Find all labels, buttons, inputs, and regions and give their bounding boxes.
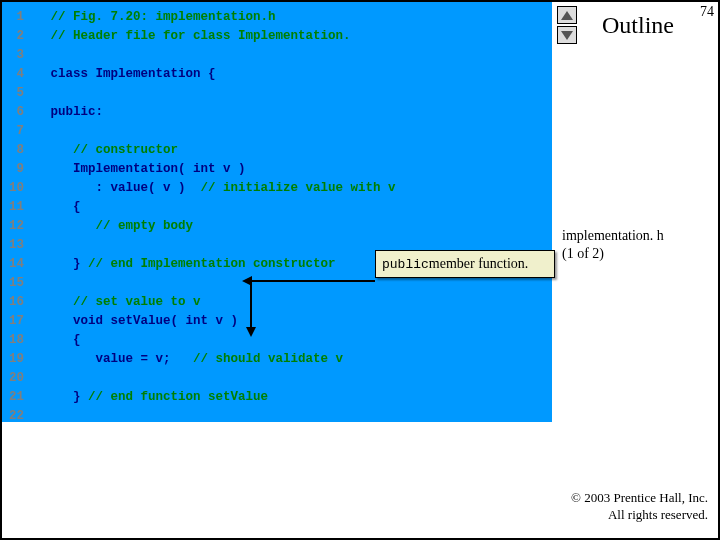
code-line: 3: [2, 46, 552, 65]
code-line: 7: [2, 122, 552, 141]
line-number: 3: [2, 46, 28, 65]
code-panel: 1 // Fig. 7.20: implementation.h2 // Hea…: [2, 2, 552, 422]
line-number: 17: [2, 312, 28, 331]
code-comment: // should validate v: [193, 350, 343, 369]
code-text: }: [51, 255, 89, 274]
line-number: 16: [2, 293, 28, 312]
outline-label: Outline: [602, 12, 674, 39]
code-text: : value( v ): [51, 179, 201, 198]
line-number: 4: [2, 65, 28, 84]
copyright: © 2003 Prentice Hall, Inc. All rights re…: [571, 490, 708, 524]
callout-box: public member function.: [375, 250, 555, 278]
callout-text: member function.: [429, 256, 529, 272]
line-number: 9: [2, 160, 28, 179]
line-number: 12: [2, 217, 28, 236]
copyright-line1: © 2003 Prentice Hall, Inc.: [571, 490, 708, 505]
line-number: 19: [2, 350, 28, 369]
nav-buttons: [557, 6, 577, 46]
code-line: 20: [2, 369, 552, 388]
line-number: 11: [2, 198, 28, 217]
code-text: class Implementation {: [51, 65, 216, 84]
line-number: 6: [2, 103, 28, 122]
line-number: 18: [2, 331, 28, 350]
code-text: Implementation( int v ): [51, 160, 254, 179]
code-text: }: [51, 388, 89, 407]
nav-down-button[interactable]: [557, 26, 577, 44]
callout-arrow: [250, 280, 375, 282]
line-number: 2: [2, 27, 28, 46]
code-line: 21 } // end function setValue: [2, 388, 552, 407]
code-text: public:: [51, 103, 104, 122]
line-number: 20: [2, 369, 28, 388]
callout-arrow-head2: [246, 327, 256, 337]
code-line: 22: [2, 407, 552, 426]
code-comment: // initialize value with v: [201, 179, 396, 198]
code-line: 9 Implementation( int v ): [2, 160, 552, 179]
triangle-up-icon: [561, 11, 573, 20]
code-comment: // end function setValue: [88, 388, 268, 407]
code-line: 17 void setValue( int v ): [2, 312, 552, 331]
code-line: 2 // Header file for class Implementatio…: [2, 27, 552, 46]
nav-up-button[interactable]: [557, 6, 577, 24]
code-line: 8 // constructor: [2, 141, 552, 160]
code-line: 5: [2, 84, 552, 103]
line-number: 8: [2, 141, 28, 160]
line-number: 13: [2, 236, 28, 255]
line-number: 15: [2, 274, 28, 293]
line-number: 7: [2, 122, 28, 141]
callout-arrow-v: [250, 280, 252, 330]
copyright-line2: All rights reserved.: [608, 507, 708, 522]
code-line: 11 {: [2, 198, 552, 217]
code-line: 16 // set value to v: [2, 293, 552, 312]
subtitle: implementation. h (1 of 2): [562, 227, 717, 263]
code-line: 1 // Fig. 7.20: implementation.h: [2, 8, 552, 27]
code-line: 19 value = v; // should validate v: [2, 350, 552, 369]
callout-mono: public: [382, 257, 429, 272]
code-comment: // Fig. 7.20: implementation.h: [51, 8, 276, 27]
subtitle-line2: (1 of 2): [562, 246, 604, 261]
code-comment: // end Implementation constructor: [88, 255, 336, 274]
code-line: 12 // empty body: [2, 217, 552, 236]
line-number: 1: [2, 8, 28, 27]
code-line: 18 {: [2, 331, 552, 350]
slide: 1 // Fig. 7.20: implementation.h2 // Hea…: [2, 2, 718, 538]
code-text: void setValue( int v ): [51, 312, 246, 331]
code-comment: // Header file for class Implementation.: [51, 27, 351, 46]
code-line: 6 public:: [2, 103, 552, 122]
code-comment: // empty body: [51, 217, 194, 236]
code-text: {: [51, 331, 89, 350]
subtitle-line1: implementation. h: [562, 228, 664, 243]
line-number: 14: [2, 255, 28, 274]
line-number: 21: [2, 388, 28, 407]
line-number: 5: [2, 84, 28, 103]
slide-number: 74: [700, 4, 714, 20]
code-text: {: [51, 198, 89, 217]
code-comment: // constructor: [51, 141, 179, 160]
line-number: 10: [2, 179, 28, 198]
code-comment: // set value to v: [51, 293, 201, 312]
triangle-down-icon: [561, 31, 573, 40]
line-number: 22: [2, 407, 28, 426]
code-line: 4 class Implementation {: [2, 65, 552, 84]
code-text: value = v;: [51, 350, 194, 369]
code-line: 10 : value( v ) // initialize value with…: [2, 179, 552, 198]
